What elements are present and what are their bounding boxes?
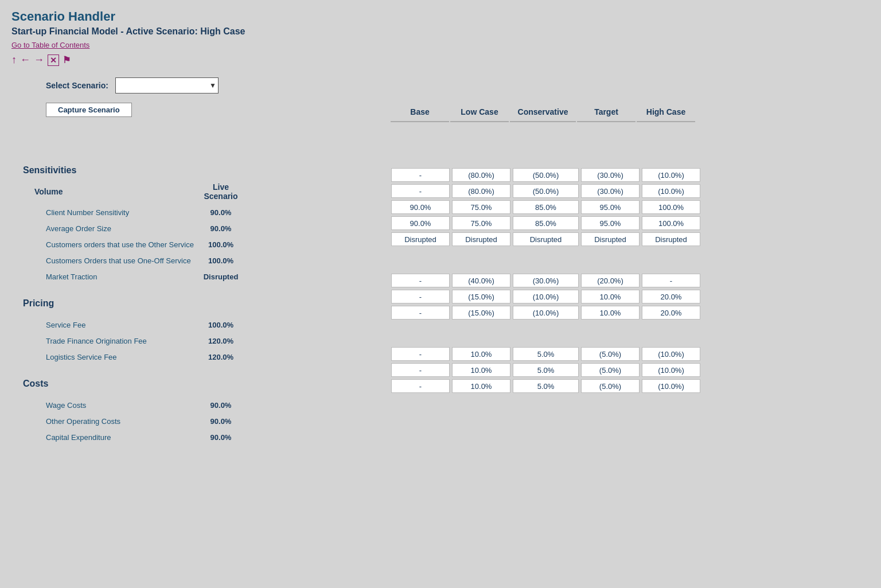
row-live-value: 120.0% [195, 353, 247, 361]
scenario-cell-target: (5.0%) [581, 347, 640, 361]
row-label: Capital Expenditure [11, 433, 195, 442]
pricing-rows-right: -(40.0%)(30.0%)(20.0%)--(15.0%)(10.0%)10… [390, 272, 870, 321]
scenario-dropdown-wrapper: Base Low Case Conservative Target High C… [115, 77, 219, 94]
app-title: Scenario Handler [11, 9, 870, 24]
scenario-cell-target: (30.0%) [581, 168, 640, 182]
scenario-cell-low: (15.0%) [452, 306, 510, 320]
scenario-cell-conservative: (50.0%) [513, 168, 579, 182]
volume-rows-left: Client Number Sensitivity 90.0% Average … [11, 204, 390, 285]
table-row: Average Order Size 90.0% [11, 220, 390, 236]
row-label: Trade Finance Origination Fee [11, 337, 195, 345]
scenario-cell-base: - [391, 347, 450, 361]
scenario-cell-base: Disrupted [391, 232, 450, 246]
scenario-cell-target: (30.0%) [581, 184, 640, 198]
right-arrow-icon[interactable]: → [34, 54, 44, 66]
scenario-cell-high: 100.0% [642, 216, 700, 230]
col-header-high: High Case [637, 103, 695, 122]
scenario-cell-conservative: (50.0%) [513, 184, 579, 198]
up-arrow-icon[interactable]: ↑ [11, 54, 17, 66]
scenario-cell-base: - [391, 168, 450, 182]
scenario-cell-conservative: 85.0% [513, 216, 579, 230]
scenario-cell-target: (20.0%) [581, 274, 640, 287]
right-sensitivities-spacer [390, 122, 870, 151]
scenario-cell-conservative: 5.0% [513, 347, 579, 361]
scenario-cell-low: 10.0% [452, 347, 510, 361]
close-icon[interactable]: ✕ [48, 54, 59, 66]
scenario-cell-low: 75.0% [452, 216, 510, 230]
scenario-cell-base: 90.0% [391, 216, 450, 230]
table-row: 90.0%75.0%85.0%95.0%100.0% [390, 199, 870, 215]
scenario-cell-conservative: Disrupted [513, 232, 579, 246]
row-label: Market Traction [11, 272, 195, 281]
scenario-cell-high: (10.0%) [642, 363, 700, 377]
col-header-target: Target [577, 103, 636, 122]
table-row: Trade Finance Origination Fee 120.0% [11, 333, 390, 349]
scenario-cell-base: - [391, 379, 450, 393]
scenario-cell-low: (80.0%) [452, 168, 510, 182]
main-layout: Capture Scenario Sensitivities Volume Li… [11, 103, 870, 445]
scenario-cell-conservative: (30.0%) [513, 274, 579, 287]
sub-title: Start-up Financial Model - Active Scenar… [11, 26, 870, 37]
flag-icon[interactable]: ⚑ [63, 54, 71, 65]
costs-spacer [11, 365, 390, 374]
table-row: 90.0%75.0%85.0%95.0%100.0% [390, 215, 870, 231]
costs-title: Costs [23, 379, 390, 389]
toc-link[interactable]: Go to Table of Contents [11, 41, 89, 49]
volume-header-row: Volume Live Scenario [11, 182, 390, 201]
table-row: Market Traction Disrupted [11, 268, 390, 285]
column-headers-row: Base Low Case Conservative Target High C… [390, 103, 870, 122]
table-row: DisruptedDisruptedDisruptedDisruptedDisr… [390, 231, 870, 247]
table-row: -(80.0%)(50.0%)(30.0%)(10.0%) [390, 167, 870, 183]
row-label: Other Operating Costs [11, 417, 195, 426]
table-row: Logistics Service Fee 120.0% [11, 349, 390, 365]
table-row: Other Operating Costs 90.0% [11, 413, 390, 429]
scenario-cell-low: (40.0%) [452, 274, 510, 287]
page-container: Scenario Handler Start-up Financial Mode… [0, 0, 881, 588]
scenario-cell-high: 20.0% [642, 290, 700, 303]
scenario-cell-conservative: 5.0% [513, 363, 579, 377]
scenario-cell-base: - [391, 290, 450, 303]
volume-rows-right: -(80.0%)(50.0%)(30.0%)(10.0%)-(80.0%)(50… [390, 167, 870, 247]
scenario-cell-high: (10.0%) [642, 347, 700, 361]
pricing-rows-left: Service Fee 100.0% Trade Finance Origina… [11, 317, 390, 365]
pricing-title: Pricing [23, 298, 390, 309]
row-label: Customers Orders that use One-Off Servic… [11, 256, 195, 265]
scenario-cell-base: 90.0% [391, 200, 450, 214]
col-header-low: Low Case [450, 103, 509, 122]
scenario-cell-conservative: (10.0%) [513, 290, 579, 303]
scenario-cell-target: (5.0%) [581, 379, 640, 393]
scenario-cell-conservative: 85.0% [513, 200, 579, 214]
scenario-cell-high: 100.0% [642, 200, 700, 214]
table-row: -(15.0%)(10.0%)10.0%20.0% [390, 289, 870, 305]
right-volume-header-spacer [390, 151, 870, 167]
scenario-cell-target: 95.0% [581, 200, 640, 214]
volume-title: Volume [11, 187, 195, 196]
col-header-base: Base [391, 103, 449, 122]
table-row: Customers Orders that use One-Off Servic… [11, 252, 390, 268]
scenario-cell-high: (10.0%) [642, 184, 700, 198]
scenario-cell-target: (5.0%) [581, 363, 640, 377]
row-label: Wage Costs [11, 401, 195, 410]
row-label: Client Number Sensitivity [11, 208, 195, 217]
capture-scenario-button[interactable]: Capture Scenario [46, 103, 132, 117]
scenario-cell-target: 95.0% [581, 216, 640, 230]
scenario-select-row: Select Scenario: Base Low Case Conservat… [46, 77, 870, 94]
table-row: -10.0%5.0%(5.0%)(10.0%) [390, 346, 870, 362]
table-row: -(40.0%)(30.0%)(20.0%)- [390, 272, 870, 289]
scenario-cell-target: 10.0% [581, 306, 640, 320]
live-scenario-label: Live Scenario [195, 182, 247, 201]
left-arrow-icon[interactable]: ← [20, 54, 30, 66]
costs-rows-right: -10.0%5.0%(5.0%)(10.0%)-10.0%5.0%(5.0%)(… [390, 346, 870, 394]
row-label: Logistics Service Fee [11, 353, 195, 361]
row-live-value: 100.0% [195, 240, 247, 249]
scenario-cell-low: (80.0%) [452, 184, 510, 198]
row-label: Average Order Size [11, 224, 195, 233]
scenario-dropdown[interactable]: Base Low Case Conservative Target High C… [115, 77, 219, 94]
scenario-cell-low: (15.0%) [452, 290, 510, 303]
table-row: -10.0%5.0%(5.0%)(10.0%) [390, 362, 870, 378]
row-label: Service Fee [11, 321, 195, 329]
row-live-value: 100.0% [195, 256, 247, 265]
scenario-cell-base: - [391, 306, 450, 320]
table-row: Capital Expenditure 90.0% [11, 429, 390, 445]
row-live-value: 90.0% [195, 224, 247, 233]
